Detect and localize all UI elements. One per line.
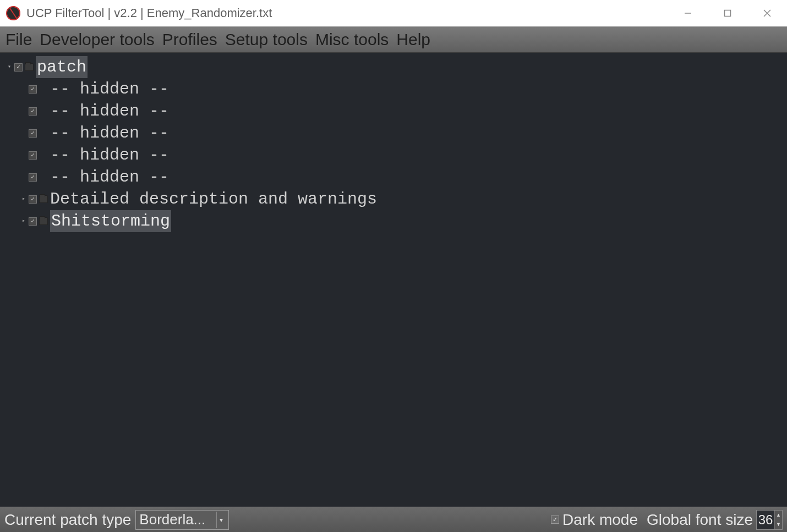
expander-down-icon[interactable]: ▾: [6, 63, 13, 71]
tree-checkbox[interactable]: ✓: [29, 151, 37, 160]
folder-icon: [25, 63, 34, 71]
spinner-down-icon[interactable]: ▼: [775, 520, 782, 529]
folder-icon: [39, 195, 48, 203]
font-size-label: Global font size: [647, 511, 753, 529]
app-icon: [6, 6, 21, 21]
minimize-button[interactable]: [668, 0, 708, 26]
dark-mode-checkbox[interactable]: ✓: [551, 515, 559, 524]
tree-row[interactable]: ✓-- hidden --: [4, 144, 783, 166]
menu-profiles[interactable]: Profiles: [162, 30, 217, 49]
expander-right-icon[interactable]: ▸: [20, 195, 28, 203]
tree-checkbox[interactable]: ✓: [29, 217, 37, 226]
tree-row[interactable]: ✓-- hidden --: [4, 122, 783, 144]
tree-node-label[interactable]: -- hidden --: [50, 144, 169, 166]
chevron-down-icon: ▾: [216, 512, 225, 528]
tree-node-label[interactable]: Shitstorming: [50, 210, 171, 232]
tree-view[interactable]: ▾✓patch✓-- hidden --✓-- hidden --✓-- hid…: [0, 53, 787, 507]
expander-none: [20, 107, 28, 115]
expander-none: [20, 173, 28, 181]
window-controls: [668, 0, 787, 26]
patch-type-select[interactable]: Borderla... ▾: [135, 510, 229, 530]
tree-node-label[interactable]: Detailed description and warnings: [50, 188, 377, 210]
tree-node-label[interactable]: -- hidden --: [50, 166, 169, 188]
patch-type-value: Borderla...: [139, 511, 205, 528]
patch-type-label: Current patch type: [4, 511, 131, 529]
folder-icon: [39, 217, 48, 225]
maximize-button[interactable]: [708, 0, 747, 26]
menu-misc-tools[interactable]: Misc tools: [315, 30, 389, 49]
tree-checkbox[interactable]: ✓: [14, 63, 23, 72]
font-size-spinner[interactable]: 36 ▲ ▼: [756, 510, 783, 530]
menubar: File Developer tools Profiles Setup tool…: [0, 26, 787, 53]
tree-checkbox[interactable]: ✓: [29, 173, 37, 182]
tree-checkbox[interactable]: ✓: [29, 129, 37, 138]
svg-rect-2: [725, 10, 731, 16]
tree-row[interactable]: ✓-- hidden --: [4, 166, 783, 188]
tree-row[interactable]: ✓-- hidden --: [4, 78, 783, 100]
menu-help[interactable]: Help: [396, 30, 430, 49]
tree-row[interactable]: ✓-- hidden --: [4, 100, 783, 122]
titlebar: UCP FilterTool | v2.2 | Enemy_Randomizer…: [0, 0, 787, 26]
dark-mode-label[interactable]: Dark mode: [562, 511, 638, 529]
statusbar: Current patch type Borderla... ▾ ✓ Dark …: [0, 507, 787, 532]
menu-developer-tools[interactable]: Developer tools: [40, 30, 154, 49]
tree-node-label[interactable]: -- hidden --: [50, 78, 169, 100]
tree-node-label[interactable]: -- hidden --: [50, 100, 169, 122]
tree-node-label[interactable]: -- hidden --: [50, 122, 169, 144]
spinner-up-icon[interactable]: ▲: [775, 511, 782, 520]
tree-checkbox[interactable]: ✓: [29, 85, 37, 94]
tree-row[interactable]: ▸✓Shitstorming: [4, 210, 783, 232]
tree-row[interactable]: ▾✓patch: [4, 56, 783, 78]
expander-none: [20, 151, 28, 159]
tree-checkbox[interactable]: ✓: [29, 195, 37, 204]
tree-row[interactable]: ▸✓Detailed description and warnings: [4, 188, 783, 210]
menu-file[interactable]: File: [6, 30, 32, 49]
expander-right-icon[interactable]: ▸: [20, 217, 28, 225]
spinner-arrows[interactable]: ▲ ▼: [774, 511, 782, 529]
expander-none: [20, 85, 28, 93]
window-title: UCP FilterTool | v2.2 | Enemy_Randomizer…: [26, 6, 272, 20]
tree-checkbox[interactable]: ✓: [29, 107, 37, 116]
close-button[interactable]: [747, 0, 787, 26]
expander-none: [20, 129, 28, 137]
menu-setup-tools[interactable]: Setup tools: [225, 30, 308, 49]
tree-node-label[interactable]: patch: [36, 56, 88, 78]
font-size-value: 36: [757, 511, 774, 529]
